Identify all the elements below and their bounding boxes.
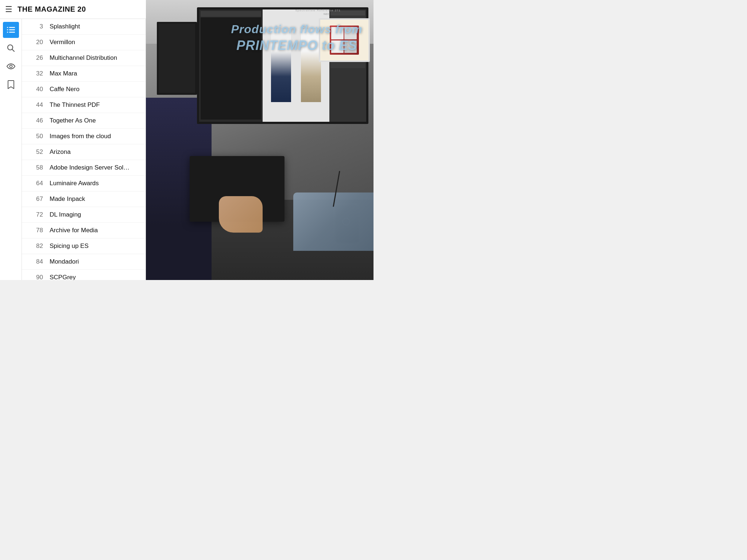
toc-panel: 3Splashlight20Vermillon26Multichannel Di… bbox=[22, 19, 146, 280]
toc-item[interactable]: 46Together As One bbox=[22, 113, 146, 129]
toc-item-label: Vermillon bbox=[50, 39, 75, 46]
toc-item-label: Multichannel Distribution bbox=[50, 54, 117, 62]
eye-icon-btn[interactable] bbox=[3, 58, 19, 74]
toc-item[interactable]: 40Caffe Nero bbox=[22, 82, 146, 97]
toc-item-number: 82 bbox=[29, 242, 43, 250]
monitor-small bbox=[157, 22, 197, 95]
toc-item-label: Caffe Nero bbox=[50, 86, 80, 93]
toc-item[interactable]: 82Spicing up ES bbox=[22, 238, 146, 254]
monitor-model: NEC bbox=[324, 12, 330, 16]
toc-item[interactable]: 26Multichannel Distribution bbox=[22, 50, 146, 66]
search-icon bbox=[7, 44, 15, 52]
toc-item-number: 40 bbox=[29, 86, 43, 93]
toc-item[interactable]: 67Made Inpack bbox=[22, 191, 146, 207]
toc-item-number: 44 bbox=[29, 101, 43, 109]
toc-item-number: 72 bbox=[29, 211, 43, 218]
toc-item[interactable]: 90SCPGrey bbox=[22, 270, 146, 280]
toc-list: 3Splashlight20Vermillon26Multichannel Di… bbox=[22, 19, 146, 280]
toc-item-label: Made Inpack bbox=[50, 195, 85, 203]
svg-point-8 bbox=[9, 65, 12, 68]
toc-item-number: 26 bbox=[29, 54, 43, 62]
list-lines-icon bbox=[7, 27, 15, 33]
toc-icon-btn[interactable] bbox=[3, 22, 19, 38]
monitor-brand: SpectraView Reference 271 bbox=[295, 9, 341, 12]
svg-line-7 bbox=[12, 50, 14, 52]
toc-item-label: Archive for Media bbox=[50, 227, 98, 234]
toc-item-number: 52 bbox=[29, 148, 43, 156]
svg-rect-1 bbox=[9, 30, 15, 31]
toc-item-number: 32 bbox=[29, 70, 43, 77]
toc-item-number: 84 bbox=[29, 258, 43, 265]
svg-rect-2 bbox=[9, 32, 15, 33]
toc-item-label: Images from the cloud bbox=[50, 133, 111, 140]
main-content: SpectraView Reference 271 NEC Production… bbox=[146, 0, 374, 280]
toc-item-number: 67 bbox=[29, 195, 43, 203]
toc-item-number: 3 bbox=[29, 23, 43, 30]
toc-item[interactable]: 72DL Imaging bbox=[22, 207, 146, 223]
toc-item[interactable]: 58Adobe Indesign Server Sol… bbox=[22, 160, 146, 176]
bookmark-icon-btn[interactable] bbox=[3, 77, 19, 93]
toc-item[interactable]: 32Max Mara bbox=[22, 66, 146, 82]
toc-item-number: 46 bbox=[29, 117, 43, 124]
toc-item-label: Splashlight bbox=[50, 23, 80, 30]
toc-item-number: 64 bbox=[29, 180, 43, 187]
svg-rect-4 bbox=[7, 30, 8, 31]
hand bbox=[219, 196, 263, 233]
bookmark-icon bbox=[8, 80, 14, 89]
toc-item-number: 78 bbox=[29, 227, 43, 234]
toc-item[interactable]: 44The Thinnest PDF bbox=[22, 97, 146, 113]
toc-item[interactable]: 50Images from the cloud bbox=[22, 129, 146, 144]
toc-item-number: 58 bbox=[29, 164, 43, 171]
toc-item[interactable]: 78Archive for Media bbox=[22, 223, 146, 238]
toc-item-label: Together As One bbox=[50, 117, 96, 124]
toc-item-number: 90 bbox=[29, 274, 43, 280]
svg-rect-0 bbox=[9, 27, 15, 28]
toc-item-label: SCPGrey bbox=[50, 274, 76, 280]
toc-item[interactable]: 3Splashlight bbox=[22, 19, 146, 35]
toc-item[interactable]: 52Arizona bbox=[22, 144, 146, 160]
toc-item-label: Arizona bbox=[50, 148, 71, 156]
toc-item-label: Mondadori bbox=[50, 258, 79, 265]
overlay-line1: Production flows from bbox=[231, 22, 363, 37]
overlay-line2: PRINTEMPO to ES bbox=[231, 37, 363, 54]
search-icon-btn[interactable] bbox=[3, 40, 19, 56]
overlay-text: Production flows from PRINTEMPO to ES bbox=[231, 22, 363, 54]
toc-item-number: 50 bbox=[29, 133, 43, 140]
toc-item-label: DL Imaging bbox=[50, 211, 81, 218]
toc-item[interactable]: 84Mondadori bbox=[22, 254, 146, 270]
toc-item-label: Luminaire Awards bbox=[50, 180, 99, 187]
toc-item-label: Max Mara bbox=[50, 70, 77, 77]
sidebar-icons bbox=[0, 0, 22, 280]
toc-item[interactable]: 64Luminaire Awards bbox=[22, 176, 146, 191]
toc-item-label: Adobe Indesign Server Sol… bbox=[50, 164, 129, 171]
app-title: THE MAGAZINE 20 bbox=[18, 5, 86, 13]
toc-item[interactable]: 20Vermillon bbox=[22, 35, 146, 50]
toc-item-number: 20 bbox=[29, 39, 43, 46]
toc-item-label: The Thinnest PDF bbox=[50, 101, 100, 109]
svg-rect-5 bbox=[7, 32, 8, 33]
svg-rect-3 bbox=[7, 27, 8, 28]
eye-icon bbox=[7, 63, 15, 69]
hamburger-icon[interactable]: ☰ bbox=[5, 5, 12, 14]
toc-item-label: Spicing up ES bbox=[50, 242, 89, 250]
